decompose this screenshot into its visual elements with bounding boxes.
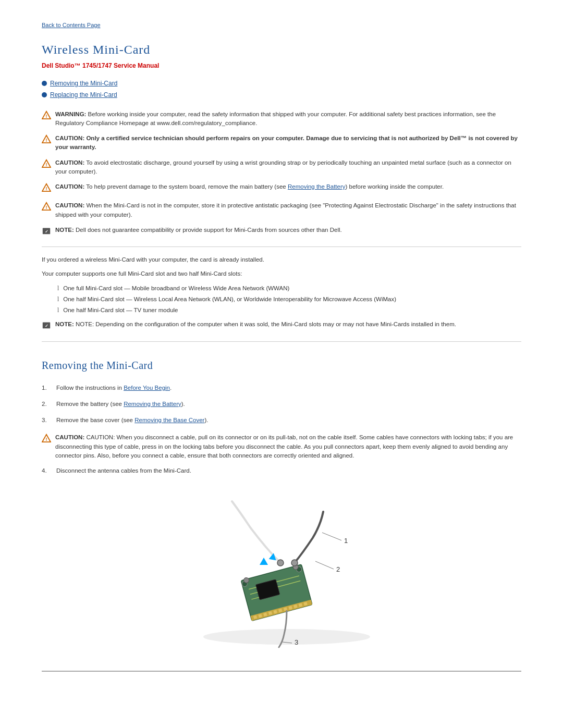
removing-section-title: Removing the Mini-Card	[42, 357, 521, 373]
table-of-contents: Removing the Mini-Card Replacing the Min…	[42, 79, 521, 100]
toc-bullet-icon	[42, 81, 47, 86]
divider-1	[42, 246, 521, 247]
callout-2: 2	[336, 565, 340, 573]
removing-step4-list: 4. Disconnect the antenna cables from th…	[42, 466, 521, 475]
toc-bullet-icon	[42, 92, 47, 97]
step-2: 2. Remove the battery (see Removing the …	[42, 400, 521, 409]
step-1-text: Follow the instructions in Before You Be…	[56, 384, 172, 392]
step-4-num: 4.	[42, 466, 52, 475]
arrow-1	[260, 558, 268, 565]
callout-1: 1	[344, 537, 348, 545]
svg-line-45	[315, 561, 334, 569]
before-you-begin-link[interactable]: Before You Begin	[124, 385, 170, 391]
step-3-text: Remove the base cover (see Removing the …	[56, 416, 208, 425]
caution-text-4: CAUTION: When the Mini-Card is not in th…	[55, 201, 521, 219]
svg-line-44	[322, 533, 341, 540]
caution-icon-1: !	[42, 134, 51, 146]
mini-card-image-container: 1 2 3	[151, 486, 412, 655]
toc-item-replacing: Replacing the Mini-Card	[42, 90, 521, 100]
caution-text-3: CAUTION: To help prevent damage to the s…	[55, 182, 444, 191]
divider-2	[42, 341, 521, 342]
toc-link-removing[interactable]: Removing the Mini-Card	[50, 79, 117, 88]
slot-item-2: One half Mini-Card slot — Wireless Local…	[57, 295, 521, 304]
toc-item-removing: Removing the Mini-Card	[42, 79, 521, 88]
back-to-contents-link[interactable]: Back to Contents Page	[42, 21, 521, 30]
page-subtitle: Dell Studio™ 1745/1747 Service Manual	[42, 61, 521, 70]
slot-item-1: One full Mini-Card slot — Mobile broadba…	[57, 284, 521, 293]
toc-link-replacing[interactable]: Replacing the Mini-Card	[50, 90, 117, 100]
callout-3: 3	[295, 638, 298, 646]
svg-text:!: !	[46, 138, 47, 143]
caution-icon-4: !	[42, 202, 51, 214]
removing-base-cover-link[interactable]: Removing the Base Cover	[134, 417, 204, 423]
step-1-num: 1.	[42, 384, 52, 392]
svg-text:!: !	[46, 437, 47, 442]
step-1: 1. Follow the instructions in Before You…	[42, 384, 521, 392]
body-paragraph-2: Your computer supports one full Mini-Car…	[42, 269, 521, 278]
svg-point-40	[277, 560, 284, 566]
svg-text:!: !	[46, 205, 47, 210]
caution-text-1: CAUTION: Only a certified service techni…	[55, 134, 521, 152]
svg-text:✓: ✓	[45, 229, 48, 233]
slot-list: One full Mini-Card slot — Mobile broadba…	[57, 284, 521, 315]
caution-text-2: CAUTION: To avoid electrostatic discharg…	[55, 158, 521, 177]
svg-text:!: !	[46, 113, 47, 118]
caution-notice-4: ! CAUTION: When the Mini-Card is not in …	[42, 201, 521, 219]
warning-icon: !	[42, 110, 51, 122]
caution-cable-icon: !	[42, 434, 51, 446]
note-text-1: NOTE: Dell does not guarantee compatibil…	[55, 226, 342, 235]
removing-steps: 1. Follow the instructions in Before You…	[42, 384, 521, 425]
caution-notice-2: ! CAUTION: To avoid electrostatic discha…	[42, 158, 521, 177]
warning-notice: ! WARNING: Before working inside your co…	[42, 110, 521, 128]
caution-cable-text: CAUTION: CAUTION: When you disconnect a …	[55, 433, 521, 460]
bottom-nav-bar	[42, 671, 521, 675]
step-4-text: Disconnect the antenna cables from the M…	[56, 466, 191, 475]
note-icon-1: ✓	[42, 226, 51, 238]
body-paragraph-1: If you ordered a wireless Mini-Card with…	[42, 255, 521, 264]
removing-battery-link-1[interactable]: Removing the Battery	[288, 183, 346, 190]
step-3-num: 3.	[42, 416, 52, 425]
step-2-text: Remove the battery (see Removing the Bat…	[56, 400, 185, 409]
svg-point-41	[291, 560, 298, 566]
svg-text:!: !	[46, 162, 47, 167]
removing-battery-link-2[interactable]: Removing the Battery	[124, 401, 181, 407]
caution-cable-notice: ! CAUTION: CAUTION: When you disconnect …	[42, 433, 521, 460]
svg-text:✓: ✓	[45, 324, 48, 328]
caution-icon-3: !	[42, 183, 51, 195]
step-2-num: 2.	[42, 400, 52, 409]
note-notice-2: ✓ NOTE: NOTE: Depending on the configura…	[42, 320, 521, 332]
slot-item-3: One half Mini-Card slot — TV tuner modul…	[57, 306, 521, 315]
note-notice-1: ✓ NOTE: Dell does not guarantee compatib…	[42, 226, 521, 238]
warning-text: WARNING: Before working inside your comp…	[55, 110, 521, 128]
caution-notice-3: ! CAUTION: To help prevent damage to the…	[42, 182, 521, 195]
caution-icon-2: !	[42, 159, 51, 171]
note-text-2: NOTE: NOTE: Depending on the configurati…	[55, 320, 456, 329]
svg-marker-42	[260, 558, 268, 565]
step-3: 3. Remove the base cover (see Removing t…	[42, 416, 521, 425]
step-4: 4. Disconnect the antenna cables from th…	[42, 466, 521, 475]
note-icon-2: ✓	[42, 320, 51, 332]
caution-notice-1: ! CAUTION: Only a certified service tech…	[42, 134, 521, 152]
page-title: Wireless Mini-Card	[42, 40, 521, 59]
svg-text:!: !	[46, 186, 47, 191]
mini-card-illustration: 1 2 3	[182, 486, 381, 652]
